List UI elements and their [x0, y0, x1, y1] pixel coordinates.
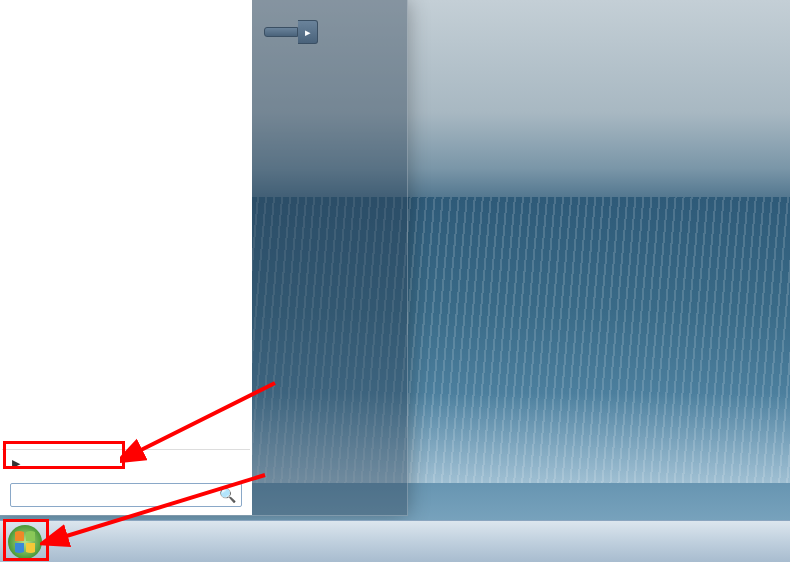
shutdown-button[interactable]	[264, 27, 298, 37]
windows-logo-icon	[7, 524, 43, 560]
start-menu-left-panel: ▶ 🔍	[0, 0, 252, 515]
shutdown-options-button[interactable]: ▸	[298, 20, 318, 44]
start-menu: ▶ 🔍 ▸	[0, 0, 408, 516]
programs-list	[2, 2, 250, 447]
search-input[interactable]	[10, 483, 242, 507]
svg-point-2	[8, 525, 42, 559]
start-menu-right-panel: ▸	[252, 0, 407, 515]
taskbar	[0, 520, 790, 562]
search-row: 🔍	[10, 483, 242, 507]
shutdown-group: ▸	[264, 20, 395, 44]
all-programs-button[interactable]: ▶	[2, 449, 250, 477]
triangle-right-icon: ▶	[12, 457, 20, 470]
start-button[interactable]	[4, 521, 46, 563]
search-icon[interactable]: 🔍	[219, 487, 236, 503]
